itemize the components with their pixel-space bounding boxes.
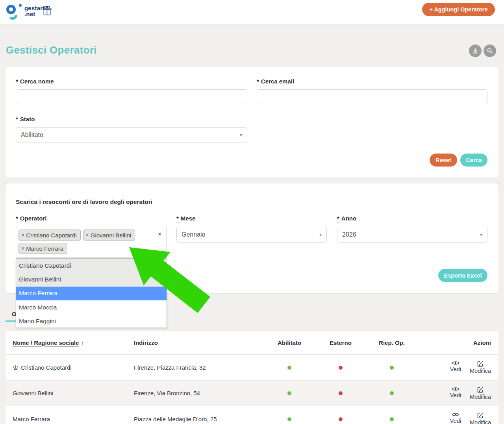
anno-value: 2026 — [342, 231, 356, 238]
logo-g-tail — [8, 15, 17, 20]
col-header-esterno: Esterno — [315, 339, 366, 346]
abilitato-status-dot — [287, 366, 291, 370]
clear-all-icon[interactable]: × — [158, 231, 161, 237]
vedi-button[interactable]: Vedi — [450, 361, 461, 374]
tag-label: Marco Ferrara — [26, 245, 63, 252]
col-header-riep-op: Riep. Op. — [366, 339, 417, 346]
export-excel-button[interactable]: Esporta Excel — [438, 269, 487, 282]
email-label: *Cerca email — [257, 78, 294, 85]
modifica-button[interactable]: Modifica — [470, 412, 491, 424]
logo-g-ring — [6, 5, 16, 14]
vedi-button[interactable]: Vedi — [450, 387, 461, 400]
table-row: ♔Cristiano Capotardi Firenze, Piazza Fra… — [6, 355, 498, 381]
abilitato-status-dot — [287, 391, 291, 395]
selected-tag: × Cristiano Capotardi — [19, 230, 81, 241]
logo-line1: gestart — [24, 5, 44, 11]
eye-icon — [452, 361, 460, 365]
operatori-multiselect[interactable]: × Cristiano Capotardi × Giovanni Bellini… — [16, 227, 167, 257]
search-button[interactable] — [484, 44, 496, 57]
abilitato-status-dot — [287, 417, 291, 421]
name-label: *Cerca nome — [16, 78, 54, 85]
edit-icon — [477, 412, 484, 418]
chevron-down-icon: ▾ — [480, 232, 482, 237]
riep-op-status-dot — [390, 391, 394, 395]
modifica-button[interactable]: Modifica — [470, 387, 491, 400]
riep-op-status-dot — [390, 366, 394, 370]
edit-icon — [477, 361, 484, 367]
riep-op-status-dot — [390, 417, 394, 421]
anno-select[interactable]: 2026 ▾ — [337, 227, 487, 243]
add-operator-button[interactable]: + Aggiungi Operatore — [422, 3, 495, 16]
logo-g-dot — [19, 4, 22, 7]
top-bar: gestart .net + Aggiungi Operatore — [0, 0, 504, 24]
operator-address: Piazza delle Medaglie D'oro, 25 — [134, 416, 264, 422]
operator-address: Firenze, Piazza Francia, 32 — [134, 364, 264, 371]
col-header-indirizzo: Indirizzo — [134, 339, 264, 346]
required-mark: * — [257, 78, 259, 85]
vedi-button[interactable]: Vedi — [450, 412, 461, 424]
mese-select[interactable]: Gennaio ▾ — [176, 227, 327, 243]
required-mark: * — [16, 116, 18, 123]
operator-name: ♔Cristiano Capotardi — [13, 363, 134, 372]
dropdown-option[interactable]: Cristiano Capotardi — [16, 259, 167, 272]
remove-tag-icon[interactable]: × — [86, 232, 89, 238]
modifica-button[interactable]: Modifica — [470, 361, 491, 374]
col-header-nome[interactable]: Nome / Ragione sociale↑ — [13, 339, 134, 346]
table-row: Giovanni Bellini Firenze, Via Bronzino, … — [6, 381, 498, 407]
export-heading: Scarica i resoconti ore di lavoro degli … — [16, 198, 152, 206]
required-mark: * — [16, 78, 18, 85]
operatori-dropdown: Cristiano Capotardi Giovanni Bellini Mar… — [16, 258, 167, 328]
col-header-abilitato: Abilitato — [264, 339, 315, 346]
esterno-status-dot — [339, 391, 343, 395]
search-icon — [487, 48, 493, 54]
table-row: Marco Ferrara Piazza delle Medaglie D'or… — [6, 406, 498, 424]
dropdown-option[interactable]: Giovanni Bellini — [16, 272, 167, 286]
mese-label: *Mese — [176, 215, 195, 222]
mese-value: Gennaio — [182, 231, 206, 238]
dropdown-option[interactable]: Marco Moccia — [16, 300, 167, 314]
cerca-button[interactable]: Cerca — [460, 154, 487, 167]
reset-button[interactable]: Reset — [430, 154, 457, 167]
selected-tag: × Giovanni Bellini — [83, 230, 135, 241]
operatori-label: *Operatori — [16, 215, 46, 222]
tag-label: Cristiano Capotardi — [26, 232, 76, 239]
gift-icon[interactable] — [43, 6, 52, 18]
chevron-down-icon: ▾ — [319, 232, 322, 237]
stato-value: Abilitato — [21, 131, 43, 139]
remove-tag-icon[interactable]: × — [21, 232, 24, 238]
gestart-logo[interactable]: gestart .net — [6, 3, 72, 21]
logo-text: gestart .net — [24, 5, 44, 17]
dropdown-option[interactable]: Marco Ferrara — [16, 287, 167, 300]
stato-label: *Stato — [16, 116, 35, 122]
sort-asc-icon: ↑ — [81, 340, 84, 346]
required-mark: * — [16, 215, 18, 222]
edit-icon — [477, 387, 484, 393]
king-icon: ♔ — [13, 364, 19, 371]
logo-line2: .net — [24, 11, 44, 17]
operator-name: Marco Ferrara — [13, 416, 134, 422]
anno-label: *Anno — [337, 215, 356, 222]
stato-select[interactable]: Abilitato ▾ — [16, 127, 247, 143]
name-input[interactable] — [16, 89, 247, 104]
chevron-down-icon: ▾ — [240, 132, 242, 138]
esterno-status-dot — [339, 417, 343, 421]
esterno-status-dot — [339, 366, 343, 370]
remove-tag-icon[interactable]: × — [21, 245, 24, 252]
operator-name: Giovanni Bellini — [13, 390, 134, 396]
operators-table: Nome / Ragione sociale↑ Indirizzo Abilit… — [6, 331, 498, 424]
col-header-azioni: Azioni — [417, 339, 491, 346]
eye-icon — [452, 412, 460, 417]
eye-icon — [452, 387, 460, 391]
selected-tag: × Marco Ferrara — [19, 243, 67, 254]
download-icon — [472, 48, 478, 54]
operator-address: Firenze, Via Bronzino, 54 — [134, 390, 264, 396]
tag-label: Giovanni Bellini — [91, 232, 131, 239]
search-filters-panel: *Cerca nome *Cerca email *Stato Abilitat… — [6, 67, 498, 178]
email-input[interactable] — [257, 89, 487, 104]
dropdown-option[interactable]: Mario Faggini — [16, 315, 167, 328]
download-button[interactable] — [469, 44, 482, 57]
table-header-row: Nome / Ragione sociale↑ Indirizzo Abilit… — [6, 331, 498, 355]
page-title: Gestisci Operatori — [6, 44, 97, 56]
